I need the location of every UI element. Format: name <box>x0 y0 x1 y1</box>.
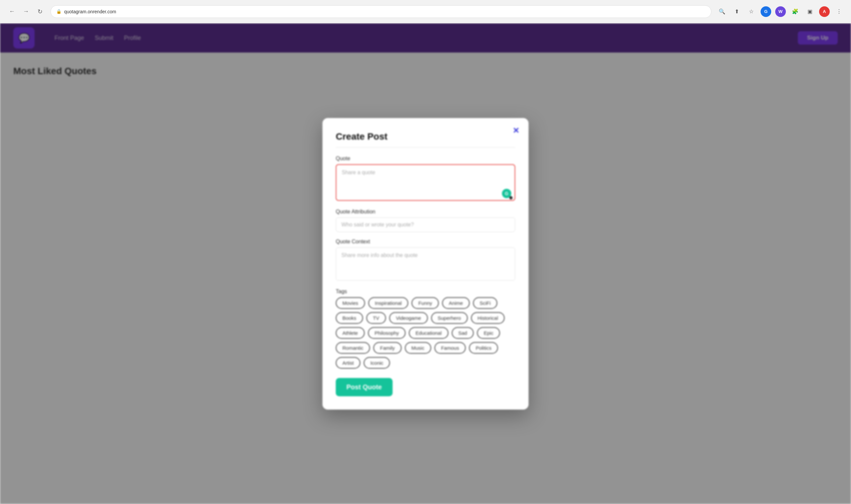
url-text: quotagram.onrender.com <box>64 9 116 14</box>
tags-grid: MoviesInspirationalFunnyAnimeSciFiBooksT… <box>336 297 515 369</box>
sidebar-icon-btn[interactable]: ▣ <box>804 6 815 17</box>
forward-button[interactable]: → <box>21 6 31 17</box>
back-button[interactable]: ← <box>7 6 17 17</box>
modal-divider <box>336 147 515 148</box>
tag-videogame[interactable]: Videogame <box>389 312 428 324</box>
context-field-group: Quote Context <box>336 239 515 282</box>
w-avatar[interactable]: W <box>775 6 786 17</box>
tags-label: Tags <box>336 289 515 294</box>
tag-funny[interactable]: Funny <box>412 297 439 309</box>
tag-inspirational[interactable]: Inspirational <box>368 297 409 309</box>
tag-scifi[interactable]: SciFi <box>473 297 497 309</box>
tag-books[interactable]: Books <box>336 312 363 324</box>
post-quote-button[interactable]: Post Quote <box>336 378 393 396</box>
tag-anime[interactable]: Anime <box>442 297 470 309</box>
tag-music[interactable]: Music <box>405 342 431 354</box>
browser-chrome: ← → ↻ 🔒 quotagram.onrender.com 🔍 ⬆ ☆ G W… <box>0 0 851 23</box>
quote-field-group: Quote G <box>336 156 515 202</box>
tag-politics[interactable]: Politics <box>469 342 498 354</box>
quote-field-wrapper: G <box>336 164 515 202</box>
tag-romantic[interactable]: Romantic <box>336 342 370 354</box>
attribution-input[interactable] <box>336 217 515 232</box>
grammarly-dot <box>509 196 512 199</box>
bookmark-icon-btn[interactable]: ☆ <box>746 6 757 17</box>
create-post-modal: ✕ Create Post Quote G Quote Attribution <box>323 118 528 410</box>
nav-buttons: ← → ↻ <box>7 6 45 17</box>
tag-famous[interactable]: Famous <box>434 342 466 354</box>
tags-section: Tags MoviesInspirationalFunnyAnimeSciFiB… <box>336 289 515 369</box>
tag-athlete[interactable]: Athlete <box>336 327 365 339</box>
context-textarea[interactable] <box>336 247 515 281</box>
menu-icon-btn[interactable]: ⋮ <box>834 6 844 17</box>
user-avatar[interactable]: A <box>819 6 830 17</box>
tag-educational[interactable]: Educational <box>409 327 448 339</box>
tag-superhero[interactable]: Superhero <box>431 312 468 324</box>
attribution-field-group: Quote Attribution <box>336 209 515 232</box>
refresh-button[interactable]: ↻ <box>35 6 45 17</box>
tag-sad[interactable]: Sad <box>452 327 474 339</box>
modal-overlay: ✕ Create Post Quote G Quote Attribution <box>0 23 851 504</box>
modal-title: Create Post <box>336 131 515 142</box>
extensions-icon-btn[interactable]: 🧩 <box>790 6 800 17</box>
address-bar[interactable]: 🔒 quotagram.onrender.com <box>51 5 711 18</box>
quote-label: Quote <box>336 156 515 162</box>
context-label: Quote Context <box>336 239 515 245</box>
tag-family[interactable]: Family <box>373 342 401 354</box>
search-icon-btn[interactable]: 🔍 <box>717 6 727 17</box>
tag-artist[interactable]: Artist <box>336 357 360 369</box>
attribution-label: Quote Attribution <box>336 209 515 215</box>
grammarly-avatar[interactable]: G <box>761 6 771 17</box>
share-icon-btn[interactable]: ⬆ <box>731 6 742 17</box>
lock-icon: 🔒 <box>56 9 61 14</box>
browser-icons: 🔍 ⬆ ☆ G W 🧩 ▣ A ⋮ <box>717 6 844 17</box>
page-background: 💬 Front Page Submit Profile Sign Up Most… <box>0 23 851 504</box>
tag-iconic[interactable]: Iconic <box>364 357 390 369</box>
modal-close-button[interactable]: ✕ <box>510 125 522 137</box>
quote-textarea[interactable] <box>336 164 515 201</box>
tag-philosophy[interactable]: Philosophy <box>368 327 405 339</box>
tag-tv[interactable]: TV <box>366 312 386 324</box>
tag-epic[interactable]: Epic <box>477 327 500 339</box>
tag-movies[interactable]: Movies <box>336 297 365 309</box>
tag-historical[interactable]: Historical <box>471 312 505 324</box>
